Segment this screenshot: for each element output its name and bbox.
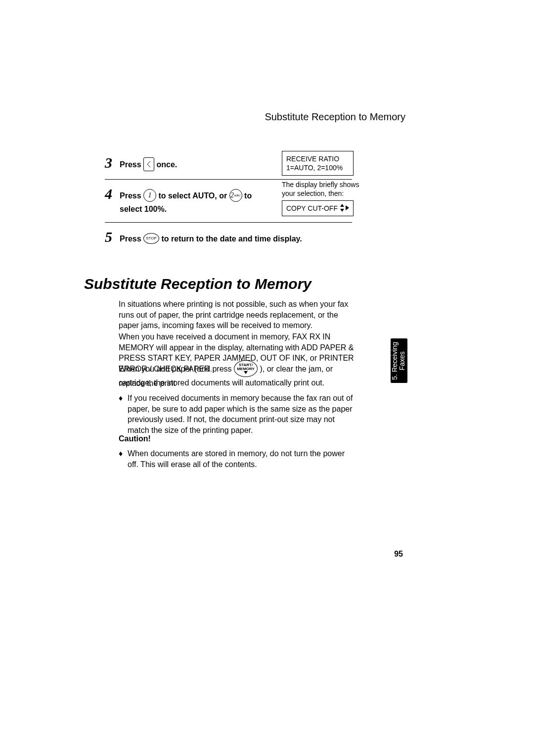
text: Press — [120, 160, 141, 169]
lcd-line: 1=AUTO, 2=100% — [286, 163, 349, 172]
bullet-list: When documents are stored in memory, do … — [119, 448, 356, 474]
list-item: If you received documents in memory beca… — [119, 393, 356, 435]
paragraph: cartridge, the stored documents will aut… — [119, 378, 356, 388]
tab-line: 5. Receiving — [391, 341, 399, 379]
svg-marker-3 — [244, 371, 248, 374]
step-number: 3 — [105, 155, 117, 170]
keypad-1-icon: 1 — [143, 189, 156, 202]
step-text: Press 1 to select AUTO, or 2ABC to selec… — [117, 187, 252, 215]
svg-marker-0 — [340, 204, 344, 207]
section-heading: Substitute Reception to Memory — [84, 276, 312, 292]
text: select 100%. — [120, 205, 167, 213]
start-memory-key-icon: START/ MEMORY — [234, 360, 258, 377]
step-text: Press once. — [117, 155, 177, 172]
step-5: 5 Press STOP to return to the date and t… — [105, 223, 352, 252]
chapter-tab: 5. Receiving Faxes — [391, 338, 407, 383]
running-header: Substitute Reception to Memory — [247, 111, 405, 123]
text: to — [244, 191, 252, 200]
caution-label: Caution! — [119, 434, 151, 443]
arrow-key-icon — [143, 157, 154, 171]
text: Press — [120, 191, 141, 200]
step-number: 5 — [105, 230, 117, 244]
stop-key-icon: STOP — [143, 233, 159, 244]
step-text: Press STOP to return to the date and tim… — [117, 230, 302, 245]
paragraph: In situations where printing is not poss… — [119, 299, 356, 331]
text: once. — [157, 160, 178, 169]
text: Press — [120, 235, 141, 243]
lcd-line: COPY CUT-OFF — [286, 204, 338, 212]
keypad-2-icon: 2ABC — [229, 189, 242, 202]
lcd-line: RECEIVE RATIO — [286, 154, 349, 163]
lcd-display-2: COPY CUT-OFF — [282, 200, 354, 216]
bullet-list: If you received documents in memory beca… — [119, 393, 356, 440]
list-item: When documents are stored in memory, do … — [119, 448, 356, 470]
svg-marker-1 — [340, 209, 344, 212]
svg-marker-2 — [346, 205, 349, 210]
text: to return to the date and time display. — [162, 235, 302, 243]
tab-line: Faxes — [399, 351, 406, 370]
page-number: 95 — [394, 550, 403, 559]
lcd-display-1: RECEIVE RATIO 1=AUTO, 2=100% — [282, 151, 354, 176]
lcd-note: The display briefly shows your selection… — [282, 180, 361, 198]
up-down-right-arrow-icon — [340, 204, 349, 214]
step-number: 4 — [105, 187, 117, 201]
text: to select AUTO, or — [159, 191, 227, 200]
text: When you add paper (and press — [119, 365, 234, 373]
manual-page: Substitute Reception to Memory 3 Press o… — [0, 0, 534, 756]
